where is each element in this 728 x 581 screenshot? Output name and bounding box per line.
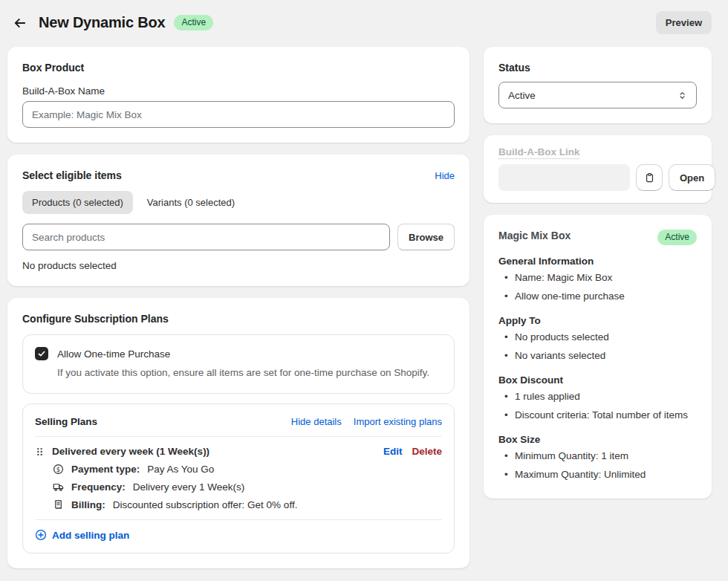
summary-item: Name: Magic Mix Box	[498, 268, 697, 287]
summary-list: No products selected No variants selecte…	[498, 328, 697, 365]
add-selling-plan-label: Add selling plan	[52, 530, 129, 541]
one-time-purchase-help: If you activate this option, ensure all …	[57, 366, 442, 380]
plan-detail-row: $ Payment type: Pay As You Go	[53, 464, 442, 475]
browse-button[interactable]: Browse	[397, 224, 455, 250]
status-card: Status Active	[484, 47, 712, 123]
open-link-button[interactable]: Open	[669, 164, 715, 191]
detail-value: Discounted subscription offer: Get 0% of…	[113, 499, 298, 510]
box-product-card: Box Product Build-A-Box Name	[7, 47, 469, 143]
summary-title: Magic Mix Box	[498, 230, 571, 241]
plus-circle-icon	[35, 529, 47, 541]
search-products-input[interactable]	[22, 224, 390, 250]
left-column: Box Product Build-A-Box Name Select elig…	[7, 47, 469, 568]
box-link-label: Build-A-Box Link	[498, 146, 580, 158]
chevron-updown-icon	[677, 91, 687, 100]
eligible-items-title: Select eligible items	[22, 169, 122, 181]
detail-value: Pay As You Go	[147, 464, 214, 475]
tab-variants[interactable]: Variants (0 selected)	[137, 191, 244, 214]
delete-plan-link[interactable]: Delete	[412, 446, 442, 457]
clipboard-icon	[644, 172, 655, 184]
add-selling-plan-link[interactable]: Add selling plan	[35, 529, 442, 541]
summary-list: 1 rules applied Discount criteria: Total…	[498, 387, 697, 424]
top-bar: New Dynamic Box Active Preview	[0, 0, 728, 47]
right-column: Status Active Build-A-Box Link	[484, 47, 712, 499]
selling-plans-box: Selling Plans Hide details Import existi…	[22, 403, 455, 554]
selling-plan-title: Delivered every week (1 Week(s))	[52, 446, 376, 457]
eligible-items-card: Select eligible items Hide Products (0 s…	[7, 155, 469, 286]
detail-value: Delivery every 1 Week(s)	[133, 481, 245, 493]
subscription-plans-title: Configure Subscription Plans	[22, 313, 455, 325]
svg-text:$: $	[56, 466, 60, 473]
box-product-title: Box Product	[22, 62, 455, 74]
summary-item: Minimum Quantity: 1 item	[498, 447, 697, 465]
box-link-input	[498, 164, 630, 191]
selling-plans-title: Selling Plans	[35, 416, 279, 427]
status-title: Status	[498, 62, 697, 74]
subscription-plans-card: Configure Subscription Plans Allow One-t…	[7, 298, 469, 568]
arrow-left-icon	[13, 16, 27, 30]
one-time-purchase-label: Allow One-time Purchase	[57, 348, 170, 360]
box-summary-card: Magic Mix Box Active General Information…	[484, 215, 712, 499]
eligible-items-tabs: Products (0 selected) Variants (0 select…	[22, 191, 455, 214]
summary-item: Allow one-time purchase	[498, 287, 697, 305]
summary-item: Maximum Quantity: Unlimited	[498, 465, 697, 484]
copy-link-button[interactable]	[636, 164, 663, 191]
import-plans-link[interactable]: Import existing plans	[354, 416, 442, 427]
status-select-value: Active	[508, 90, 536, 101]
summary-section-heading: General Information	[498, 256, 697, 267]
page-title: New Dynamic Box	[39, 14, 165, 31]
drag-handle-icon[interactable]	[35, 447, 45, 457]
box-link-card: Build-A-Box Link Open	[484, 135, 712, 203]
status-select[interactable]: Active	[498, 82, 697, 108]
hide-details-link[interactable]: Hide details	[291, 416, 342, 427]
one-time-purchase-box: Allow One-time Purchase If you activate …	[22, 334, 455, 394]
summary-section-heading: Box Size	[498, 434, 697, 445]
detail-label: Frequency:	[71, 481, 126, 493]
receipt-icon	[53, 499, 64, 510]
box-name-label: Build-A-Box Name	[22, 85, 455, 97]
summary-status-badge: Active	[657, 230, 697, 245]
tab-products[interactable]: Products (0 selected)	[22, 191, 133, 214]
selling-plan-row: Delivered every week (1 Week(s)) Edit De…	[35, 446, 442, 457]
summary-section-heading: Box Discount	[498, 374, 697, 386]
divider	[35, 519, 442, 520]
one-time-purchase-checkbox[interactable]	[35, 347, 48, 360]
summary-item: Discount criteria: Total number of items	[498, 406, 697, 424]
status-badge: Active	[174, 15, 213, 30]
check-icon	[37, 349, 46, 358]
edit-plan-link[interactable]: Edit	[383, 446, 403, 457]
back-button[interactable]	[10, 13, 30, 33]
plan-detail-row: Billing: Discounted subscription offer: …	[53, 499, 442, 510]
summary-item: 1 rules applied	[498, 387, 697, 406]
summary-section-heading: Apply To	[498, 315, 697, 326]
no-products-text: No products selected	[22, 260, 455, 271]
summary-list: Minimum Quantity: 1 item Maximum Quantit…	[498, 447, 697, 484]
hide-link[interactable]: Hide	[435, 170, 455, 181]
summary-item: No products selected	[498, 328, 697, 346]
dollar-circle-icon: $	[53, 464, 64, 475]
summary-item: No variants selected	[498, 346, 697, 365]
truck-icon	[53, 481, 64, 493]
detail-label: Billing:	[71, 499, 105, 510]
summary-list: Name: Magic Mix Box Allow one-time purch…	[498, 268, 697, 305]
divider	[35, 436, 442, 437]
detail-label: Payment type:	[71, 464, 140, 475]
preview-button[interactable]: Preview	[656, 11, 712, 34]
box-name-input[interactable]	[22, 101, 455, 128]
main-content: Box Product Build-A-Box Name Select elig…	[0, 47, 728, 568]
plan-detail-row: Frequency: Delivery every 1 Week(s)	[53, 481, 442, 493]
